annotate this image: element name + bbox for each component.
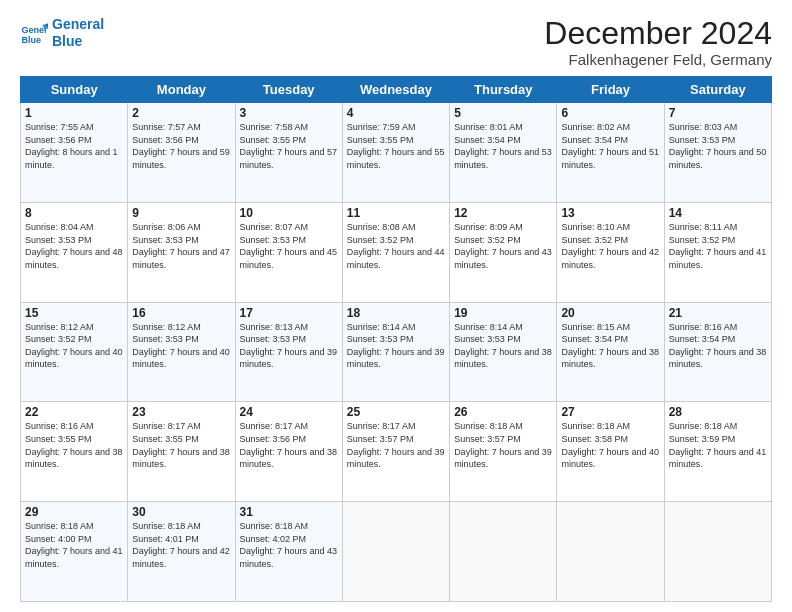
- calendar-day-cell: 28 Sunrise: 8:18 AMSunset: 3:59 PMDaylig…: [664, 402, 771, 502]
- day-number: 17: [240, 306, 338, 320]
- logo-icon: General Blue: [20, 19, 48, 47]
- calendar-day-header: Thursday: [450, 77, 557, 103]
- day-info: Sunrise: 8:18 AMSunset: 3:58 PMDaylight:…: [561, 421, 659, 469]
- calendar-day-cell: 18 Sunrise: 8:14 AMSunset: 3:53 PMDaylig…: [342, 302, 449, 402]
- day-info: Sunrise: 8:14 AMSunset: 3:53 PMDaylight:…: [454, 322, 552, 370]
- calendar-week-row: 1 Sunrise: 7:55 AMSunset: 3:56 PMDayligh…: [21, 103, 772, 203]
- day-info: Sunrise: 8:07 AMSunset: 3:53 PMDaylight:…: [240, 222, 338, 270]
- day-info: Sunrise: 8:18 AMSunset: 4:00 PMDaylight:…: [25, 521, 123, 569]
- day-number: 2: [132, 106, 230, 120]
- day-number: 13: [561, 206, 659, 220]
- day-number: 18: [347, 306, 445, 320]
- day-info: Sunrise: 8:11 AMSunset: 3:52 PMDaylight:…: [669, 222, 767, 270]
- day-info: Sunrise: 8:10 AMSunset: 3:52 PMDaylight:…: [561, 222, 659, 270]
- calendar-day-header: Monday: [128, 77, 235, 103]
- calendar-day-cell: 27 Sunrise: 8:18 AMSunset: 3:58 PMDaylig…: [557, 402, 664, 502]
- calendar-table: SundayMondayTuesdayWednesdayThursdayFrid…: [20, 76, 772, 602]
- day-number: 5: [454, 106, 552, 120]
- day-number: 1: [25, 106, 123, 120]
- calendar-week-row: 15 Sunrise: 8:12 AMSunset: 3:52 PMDaylig…: [21, 302, 772, 402]
- day-info: Sunrise: 8:12 AMSunset: 3:52 PMDaylight:…: [25, 322, 123, 370]
- day-info: Sunrise: 8:16 AMSunset: 3:55 PMDaylight:…: [25, 421, 123, 469]
- calendar-day-cell: 7 Sunrise: 8:03 AMSunset: 3:53 PMDayligh…: [664, 103, 771, 203]
- calendar-day-cell: [557, 502, 664, 602]
- day-info: Sunrise: 8:18 AMSunset: 4:02 PMDaylight:…: [240, 521, 338, 569]
- calendar-day-header: Saturday: [664, 77, 771, 103]
- day-number: 12: [454, 206, 552, 220]
- day-number: 30: [132, 505, 230, 519]
- page: General Blue General Blue December 2024 …: [0, 0, 792, 612]
- calendar-week-row: 8 Sunrise: 8:04 AMSunset: 3:53 PMDayligh…: [21, 202, 772, 302]
- day-info: Sunrise: 8:06 AMSunset: 3:53 PMDaylight:…: [132, 222, 230, 270]
- day-info: Sunrise: 7:57 AMSunset: 3:56 PMDaylight:…: [132, 122, 230, 170]
- day-number: 9: [132, 206, 230, 220]
- day-number: 26: [454, 405, 552, 419]
- calendar-day-cell: 3 Sunrise: 7:58 AMSunset: 3:55 PMDayligh…: [235, 103, 342, 203]
- day-info: Sunrise: 7:59 AMSunset: 3:55 PMDaylight:…: [347, 122, 445, 170]
- day-number: 28: [669, 405, 767, 419]
- day-info: Sunrise: 8:02 AMSunset: 3:54 PMDaylight:…: [561, 122, 659, 170]
- day-number: 24: [240, 405, 338, 419]
- calendar-day-cell: 5 Sunrise: 8:01 AMSunset: 3:54 PMDayligh…: [450, 103, 557, 203]
- calendar-day-header: Wednesday: [342, 77, 449, 103]
- day-info: Sunrise: 8:17 AMSunset: 3:57 PMDaylight:…: [347, 421, 445, 469]
- day-number: 22: [25, 405, 123, 419]
- day-number: 23: [132, 405, 230, 419]
- day-number: 21: [669, 306, 767, 320]
- day-number: 4: [347, 106, 445, 120]
- calendar-day-cell: 10 Sunrise: 8:07 AMSunset: 3:53 PMDaylig…: [235, 202, 342, 302]
- calendar-week-row: 29 Sunrise: 8:18 AMSunset: 4:00 PMDaylig…: [21, 502, 772, 602]
- day-info: Sunrise: 8:15 AMSunset: 3:54 PMDaylight:…: [561, 322, 659, 370]
- calendar-day-cell: [664, 502, 771, 602]
- subtitle: Falkenhagener Feld, Germany: [544, 51, 772, 68]
- calendar-day-cell: 12 Sunrise: 8:09 AMSunset: 3:52 PMDaylig…: [450, 202, 557, 302]
- day-number: 19: [454, 306, 552, 320]
- day-info: Sunrise: 8:01 AMSunset: 3:54 PMDaylight:…: [454, 122, 552, 170]
- day-info: Sunrise: 8:17 AMSunset: 3:56 PMDaylight:…: [240, 421, 338, 469]
- calendar-day-cell: 15 Sunrise: 8:12 AMSunset: 3:52 PMDaylig…: [21, 302, 128, 402]
- day-info: Sunrise: 8:16 AMSunset: 3:54 PMDaylight:…: [669, 322, 767, 370]
- calendar-day-cell: 16 Sunrise: 8:12 AMSunset: 3:53 PMDaylig…: [128, 302, 235, 402]
- day-number: 31: [240, 505, 338, 519]
- day-number: 11: [347, 206, 445, 220]
- day-info: Sunrise: 8:17 AMSunset: 3:55 PMDaylight:…: [132, 421, 230, 469]
- day-info: Sunrise: 8:18 AMSunset: 4:01 PMDaylight:…: [132, 521, 230, 569]
- day-number: 20: [561, 306, 659, 320]
- day-number: 16: [132, 306, 230, 320]
- calendar-day-cell: 8 Sunrise: 8:04 AMSunset: 3:53 PMDayligh…: [21, 202, 128, 302]
- day-number: 27: [561, 405, 659, 419]
- day-number: 29: [25, 505, 123, 519]
- calendar-day-cell: 6 Sunrise: 8:02 AMSunset: 3:54 PMDayligh…: [557, 103, 664, 203]
- day-info: Sunrise: 8:04 AMSunset: 3:53 PMDaylight:…: [25, 222, 123, 270]
- day-number: 3: [240, 106, 338, 120]
- calendar-day-cell: 9 Sunrise: 8:06 AMSunset: 3:53 PMDayligh…: [128, 202, 235, 302]
- logo-line1: General: [52, 16, 104, 32]
- day-info: Sunrise: 7:55 AMSunset: 3:56 PMDaylight:…: [25, 122, 118, 170]
- calendar-day-header: Tuesday: [235, 77, 342, 103]
- svg-text:Blue: Blue: [21, 35, 41, 45]
- day-number: 10: [240, 206, 338, 220]
- calendar-day-header: Sunday: [21, 77, 128, 103]
- calendar-day-cell: 17 Sunrise: 8:13 AMSunset: 3:53 PMDaylig…: [235, 302, 342, 402]
- day-number: 7: [669, 106, 767, 120]
- calendar-day-cell: 19 Sunrise: 8:14 AMSunset: 3:53 PMDaylig…: [450, 302, 557, 402]
- calendar-day-cell: 22 Sunrise: 8:16 AMSunset: 3:55 PMDaylig…: [21, 402, 128, 502]
- day-info: Sunrise: 8:14 AMSunset: 3:53 PMDaylight:…: [347, 322, 445, 370]
- header: General Blue General Blue December 2024 …: [20, 16, 772, 68]
- day-info: Sunrise: 8:12 AMSunset: 3:53 PMDaylight:…: [132, 322, 230, 370]
- day-info: Sunrise: 8:09 AMSunset: 3:52 PMDaylight:…: [454, 222, 552, 270]
- day-number: 6: [561, 106, 659, 120]
- calendar-week-row: 22 Sunrise: 8:16 AMSunset: 3:55 PMDaylig…: [21, 402, 772, 502]
- calendar-day-cell: 26 Sunrise: 8:18 AMSunset: 3:57 PMDaylig…: [450, 402, 557, 502]
- calendar-day-cell: 21 Sunrise: 8:16 AMSunset: 3:54 PMDaylig…: [664, 302, 771, 402]
- calendar-day-cell: 30 Sunrise: 8:18 AMSunset: 4:01 PMDaylig…: [128, 502, 235, 602]
- calendar-day-cell: 24 Sunrise: 8:17 AMSunset: 3:56 PMDaylig…: [235, 402, 342, 502]
- calendar-day-cell: 20 Sunrise: 8:15 AMSunset: 3:54 PMDaylig…: [557, 302, 664, 402]
- calendar-day-cell: 13 Sunrise: 8:10 AMSunset: 3:52 PMDaylig…: [557, 202, 664, 302]
- day-number: 14: [669, 206, 767, 220]
- logo: General Blue General Blue: [20, 16, 104, 50]
- day-info: Sunrise: 7:58 AMSunset: 3:55 PMDaylight:…: [240, 122, 338, 170]
- calendar-day-cell: 4 Sunrise: 7:59 AMSunset: 3:55 PMDayligh…: [342, 103, 449, 203]
- title-block: December 2024 Falkenhagener Feld, German…: [544, 16, 772, 68]
- calendar-day-cell: 11 Sunrise: 8:08 AMSunset: 3:52 PMDaylig…: [342, 202, 449, 302]
